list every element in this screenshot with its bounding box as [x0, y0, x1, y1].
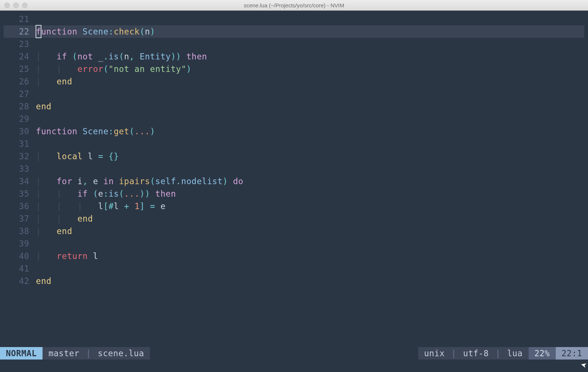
cursor: f — [36, 25, 41, 38]
line-number: 27 — [4, 88, 36, 100]
line-number: 37 — [4, 212, 36, 225]
line-number: 36 — [4, 200, 36, 212]
code-line[interactable]: 24 | if (not _.is(n, Entity)) then — [4, 50, 584, 63]
code-line[interactable]: 28 end — [4, 100, 584, 113]
code-line[interactable]: 31 — [4, 138, 584, 150]
mode-indicator: NORMAL — [0, 347, 43, 360]
line-number: 42 — [4, 275, 36, 287]
editor-viewport[interactable]: 21 22 function Scene:check(n) 23 24 | if… — [0, 11, 588, 347]
status-line: NORMAL master | scene.lua unix | utf-8 |… — [0, 347, 588, 360]
code-line[interactable]: 21 — [4, 13, 584, 25]
code-line-current[interactable]: 22 function Scene:check(n) — [4, 25, 584, 38]
cursor-position: 22:1 — [556, 347, 588, 360]
line-number: 23 — [4, 38, 36, 50]
file-format: unix — [424, 347, 445, 360]
window-controls — [4, 3, 27, 8]
status-left: master | scene.lua — [43, 347, 150, 360]
git-branch: master — [48, 347, 79, 360]
code-line[interactable]: 39 — [4, 237, 584, 250]
code-line[interactable]: 35 | | if (e:is(...)) then — [4, 187, 584, 200]
line-number: 26 — [4, 75, 36, 88]
line-number: 31 — [4, 138, 36, 150]
code-line[interactable]: 36 | | | l[#l + 1] = e — [4, 200, 584, 212]
file-name: scene.lua — [98, 347, 144, 360]
line-number: 21 — [4, 13, 36, 25]
code-line[interactable]: 33 — [4, 163, 584, 175]
code-line[interactable]: 29 — [4, 113, 584, 125]
code-line[interactable]: 26 | end — [4, 75, 584, 88]
line-number: 28 — [4, 100, 36, 113]
code-line[interactable]: 27 — [4, 88, 584, 100]
scroll-percent: 22% — [529, 347, 556, 360]
line-number: 29 — [4, 113, 36, 125]
minimize-icon[interactable] — [13, 3, 19, 8]
command-line[interactable] — [0, 360, 588, 372]
line-number: 22 — [4, 25, 36, 38]
status-right: unix | utf-8 | lua — [418, 347, 529, 360]
code-line[interactable]: 32 | local l = {} — [4, 150, 584, 163]
separator-icon: | — [445, 347, 463, 360]
line-number: 33 — [4, 163, 36, 175]
code-line[interactable]: 25 | | error("not an entity") — [4, 63, 584, 75]
line-number: 24 — [4, 50, 36, 63]
file-encoding: utf-8 — [463, 347, 489, 360]
nvim-window: scene.lua (~/Projects/yo/src/core) - NVI… — [0, 0, 588, 372]
line-number: 25 — [4, 63, 36, 75]
code-line[interactable]: 30 function Scene:get(...) — [4, 125, 584, 138]
code-line[interactable]: 41 — [4, 262, 584, 275]
line-number: 38 — [4, 225, 36, 237]
code-line[interactable]: 40 | return l — [4, 250, 584, 262]
code-line[interactable]: 37 | | end — [4, 212, 584, 225]
file-type: lua — [507, 347, 523, 360]
line-number: 39 — [4, 237, 36, 250]
status-spacer — [150, 347, 418, 360]
line-number: 41 — [4, 262, 36, 275]
code-line[interactable]: 42 end — [4, 275, 584, 287]
code-line[interactable]: 34 | for i, e in ipairs(self.nodelist) d… — [4, 175, 584, 187]
window-title: scene.lua (~/Projects/yo/src/core) - NVI… — [0, 2, 588, 8]
line-number: 40 — [4, 250, 36, 262]
code-line[interactable]: 23 — [4, 38, 584, 50]
zoom-icon[interactable] — [22, 3, 27, 8]
separator-icon: | — [80, 347, 98, 360]
separator-icon: | — [489, 347, 507, 360]
line-number: 32 — [4, 150, 36, 163]
window-titlebar: scene.lua (~/Projects/yo/src/core) - NVI… — [0, 0, 588, 11]
line-number: 35 — [4, 187, 36, 200]
code-line[interactable]: 38 | end — [4, 225, 584, 237]
line-number: 30 — [4, 125, 36, 138]
close-icon[interactable] — [4, 3, 10, 8]
line-number: 34 — [4, 175, 36, 187]
